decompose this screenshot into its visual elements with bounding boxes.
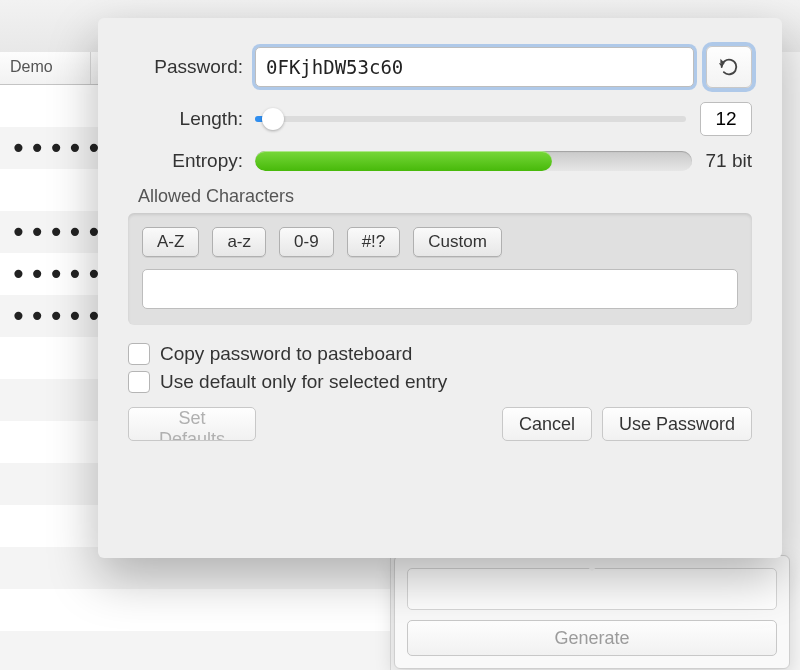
- password-input[interactable]: [255, 47, 694, 87]
- entropy-value: 71 bit: [706, 150, 752, 172]
- regenerate-button[interactable]: [706, 46, 752, 88]
- charset-custom-button[interactable]: Custom: [413, 227, 502, 257]
- generate-popover: Generate: [394, 555, 790, 669]
- charset-digits-button[interactable]: 0-9: [279, 227, 334, 257]
- entropy-meter: [255, 151, 692, 171]
- entropy-fill: [255, 151, 552, 171]
- copy-to-pasteboard-checkbox[interactable]: [128, 343, 150, 365]
- allowed-characters-label: Allowed Characters: [138, 186, 752, 207]
- entropy-label: Entropy:: [128, 150, 255, 172]
- use-default-selected-checkbox[interactable]: [128, 371, 150, 393]
- copy-to-pasteboard-label: Copy password to pasteboard: [160, 343, 412, 365]
- use-default-selected-label: Use default only for selected entry: [160, 371, 447, 393]
- password-label: Password:: [128, 56, 255, 78]
- allowed-characters-box: A-Z a-z 0-9 #!? Custom: [128, 213, 752, 325]
- charset-lower-button[interactable]: a-z: [212, 227, 266, 257]
- charset-symbols-button[interactable]: #!?: [347, 227, 401, 257]
- set-defaults-button[interactable]: Set Defaults: [128, 407, 256, 441]
- col-title: Demo: [0, 52, 91, 84]
- length-label: Length:: [128, 108, 255, 130]
- length-slider[interactable]: [255, 116, 686, 122]
- cancel-button[interactable]: Cancel: [502, 407, 592, 441]
- popover-field: [407, 568, 777, 610]
- length-input[interactable]: [700, 102, 752, 136]
- table-row: [0, 589, 390, 631]
- charset-upper-button[interactable]: A-Z: [142, 227, 199, 257]
- slider-knob[interactable]: [262, 108, 284, 130]
- custom-characters-input[interactable]: [142, 269, 738, 309]
- use-password-button[interactable]: Use Password: [602, 407, 752, 441]
- password-generator-dialog: Password: Length: Entropy: 71 bit Allowe…: [98, 18, 782, 558]
- generate-button[interactable]: Generate: [407, 620, 777, 656]
- table-row: [0, 631, 390, 670]
- refresh-icon: [718, 56, 740, 78]
